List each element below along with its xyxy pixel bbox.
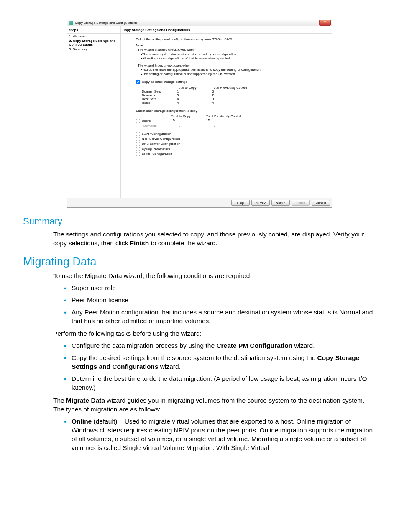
prev-button[interactable]: < Prev <box>251 200 270 206</box>
note-label: Note: <box>136 44 317 48</box>
requirements-list: Super user role Peer Motion license Any … <box>53 284 376 326</box>
list-item: Peer Motion license <box>64 296 376 305</box>
note1-intro: The wizard disables checkboxes when: <box>136 48 317 52</box>
note-block: Note: The wizard disables checkboxes whe… <box>136 44 317 77</box>
migrate-intro: To use the Migrate Data wizard, the foll… <box>53 272 376 280</box>
cancel-button[interactable]: Cancel <box>312 200 330 206</box>
perform-intro: Perform the following tasks before using… <box>53 329 376 338</box>
finish-button: Finish <box>292 200 310 206</box>
list-item: Any Peer Motion configuration that inclu… <box>64 308 376 326</box>
col-total: Total to Copy <box>177 86 212 90</box>
table-row: Domains 3 2 <box>136 124 317 128</box>
note1-b1: •The source system does not contain the … <box>136 52 317 57</box>
wizard-screenshot: Copy Storage Settings and Configurations… <box>67 19 332 208</box>
select-each-label: Select each storage configuration to cop… <box>136 109 317 113</box>
col-prev: Total Previously Copied <box>212 86 262 90</box>
migration-types-list: Online (default) – Used to migrate virtu… <box>53 417 376 452</box>
copy-all-label: Copy all listed storage settings <box>142 80 187 84</box>
table-row: Users 15 15 <box>136 118 317 124</box>
extra-check-list: LDAP Configuration NTP Server Configurat… <box>136 132 317 156</box>
help-button[interactable]: Help <box>231 200 250 206</box>
window-title: Copy Storage Settings and Configurations <box>75 21 319 25</box>
content-title: Copy Storage Settings and Configurations <box>121 26 332 34</box>
tasks-list: Configure the data migration process by … <box>53 342 376 392</box>
list-item: Super user role <box>64 284 376 293</box>
step-2[interactable]: 2. Copy Storage Settings and Configurati… <box>67 39 120 47</box>
snmp-checkbox[interactable]: SNMP Configuration <box>136 152 317 156</box>
dns-checkbox[interactable]: DNS Server Configuration <box>136 142 317 146</box>
close-icon[interactable]: x <box>319 20 331 26</box>
users-checkbox[interactable]: Users <box>136 119 171 123</box>
wizard-paragraph: The Migrate Data wizard guides you in mi… <box>53 396 376 414</box>
steps-sidebar: Steps 1. Welcome 2. Copy Storage Setting… <box>67 26 121 198</box>
list-item: Copy the desired settings from the sourc… <box>64 354 376 371</box>
window-titlebar: Copy Storage Settings and Configurations… <box>67 19 332 26</box>
summary-heading: Summary <box>23 216 376 227</box>
syslog-checkbox[interactable]: Syslog Parameters <box>136 147 317 151</box>
summary-paragraph: The settings and configurations you sele… <box>53 230 376 248</box>
copy-all-checkbox[interactable]: Copy all listed storage settings <box>136 80 317 84</box>
copy-all-input[interactable] <box>136 80 140 84</box>
table-row: Domains32 <box>142 93 317 97</box>
table-row: Hosts44 <box>142 101 317 105</box>
app-icon <box>69 21 73 25</box>
note1-b2: •All settings or configurations of that … <box>136 57 317 61</box>
step-3[interactable]: 3. Summary <box>67 47 120 51</box>
table-row: Domain Sets10 <box>142 90 317 93</box>
list-item: Determine the best time to do the data m… <box>64 375 376 392</box>
note2-intro: The wizard hides checkboxes when: <box>136 64 317 68</box>
instruction-text: Select the settings and configurations t… <box>136 37 317 41</box>
ntp-checkbox[interactable]: NTP Server Configuration <box>136 137 317 141</box>
config-table: Total to Copy Total Previously Copied Us… <box>136 114 317 128</box>
settings-table: Total to Copy Total Previously Copied Do… <box>142 86 317 105</box>
table-row: Host Sets43 <box>142 97 317 101</box>
step-1[interactable]: 1. Welcome <box>67 34 120 39</box>
migrating-data-heading: Migrating Data <box>23 255 376 268</box>
next-button[interactable]: Next > <box>271 200 290 206</box>
col-total-2: Total to Copy <box>171 114 206 118</box>
list-item: Online (default) – Used to migrate virtu… <box>64 417 376 452</box>
note2-b1: •You do not have the appropriate permiss… <box>136 68 317 72</box>
list-item: Configure the data migration process by … <box>64 342 376 350</box>
col-prev-2: Total Previously Copied <box>206 114 256 118</box>
steps-header: Steps <box>67 26 120 34</box>
wizard-footer: Help < Prev Next > Finish Cancel <box>67 198 332 207</box>
note2-b2: •The setting or configuration is not sup… <box>136 72 317 76</box>
ldap-checkbox[interactable]: LDAP Configuration <box>136 132 317 136</box>
